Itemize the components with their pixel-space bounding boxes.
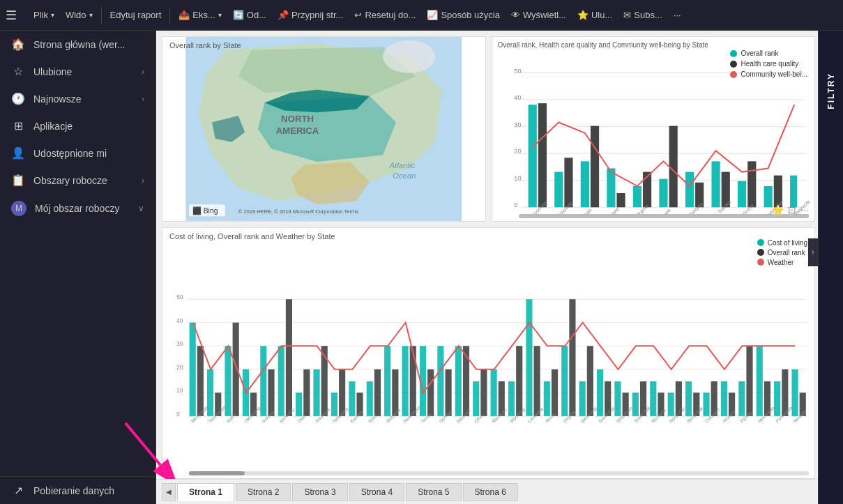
sidebar-item-recent[interactable]: 🕐 Najnowsze › bbox=[0, 85, 155, 112]
expand-chart-icon[interactable]: ⊡ bbox=[788, 204, 796, 215]
toolbar-sposob[interactable]: 📈 Sposób użycia bbox=[421, 7, 506, 23]
map-chart-title: Overall rank by State bbox=[169, 41, 241, 49]
tab-strona5[interactable]: Strona 5 bbox=[406, 483, 461, 501]
bar-chart-bottom-legend: Cost of living Overall rank Weather bbox=[757, 239, 807, 266]
svg-rect-31 bbox=[580, 161, 588, 207]
filter-panel-label: FILTRY bbox=[826, 72, 836, 109]
svg-rect-39 bbox=[685, 172, 693, 208]
tab-strona6[interactable]: Strona 6 bbox=[463, 483, 518, 501]
sidebar-item-shared[interactable]: 👤 Udostępnione mi bbox=[0, 139, 155, 167]
bar-chart-top-title: Overall rank, Health care quality and Co… bbox=[498, 41, 708, 49]
svg-rect-134 bbox=[746, 346, 752, 416]
svg-rect-112 bbox=[552, 369, 558, 416]
health-care-dot bbox=[730, 61, 737, 68]
svg-rect-107 bbox=[508, 381, 515, 416]
bar-chart-bottom[interactable]: Cost of living, Overall rank and Weather… bbox=[162, 227, 815, 479]
svg-rect-35 bbox=[632, 186, 641, 207]
svg-rect-95 bbox=[402, 346, 409, 416]
sidebar-item-home[interactable]: 🏠 Strona główna (wer... bbox=[0, 31, 155, 58]
svg-text:Ocean: Ocean bbox=[393, 171, 416, 180]
svg-rect-79 bbox=[260, 346, 266, 416]
eks-label: Eks... bbox=[192, 10, 215, 20]
weather-label: Weather bbox=[768, 259, 794, 266]
svg-text:30: 30 bbox=[176, 341, 183, 347]
charts-row2: Cost of living, Overall rank and Weather… bbox=[162, 227, 815, 479]
chart-actions-top: ⭐ ⊡ ··· bbox=[772, 204, 809, 215]
svg-rect-115 bbox=[579, 381, 586, 416]
svg-text:10: 10 bbox=[176, 388, 183, 394]
sidebar-item-getdata[interactable]: ↗ Pobieranie danych bbox=[0, 477, 155, 504]
svg-text:50: 50 bbox=[176, 294, 183, 300]
svg-rect-119 bbox=[614, 381, 621, 416]
svg-rect-114 bbox=[569, 299, 575, 416]
svg-rect-72 bbox=[197, 346, 204, 416]
svg-rect-125 bbox=[668, 392, 674, 416]
svg-text:0: 0 bbox=[176, 411, 180, 418]
toolbar-ulubione[interactable]: ⭐ Ulu... bbox=[572, 7, 618, 23]
star-icon: ☆ bbox=[11, 65, 25, 78]
star-icon: ⭐ bbox=[577, 10, 588, 20]
svg-rect-110 bbox=[534, 346, 540, 416]
svg-rect-76 bbox=[233, 323, 239, 416]
weather-dot bbox=[757, 259, 764, 266]
legend-community: Community well-bei... bbox=[730, 70, 807, 78]
toolbar-resetuj[interactable]: ↩ Resetuj do... bbox=[349, 7, 421, 23]
toolbar-subskrypcje[interactable]: ✉ Subs... bbox=[618, 7, 667, 23]
svg-rect-113 bbox=[561, 346, 568, 416]
tab-strona2[interactable]: Strona 2 bbox=[236, 483, 291, 501]
sidebar-item-favorites[interactable]: ☆ Ulubione › bbox=[0, 58, 155, 85]
map-chart[interactable]: Overall rank by State bbox=[162, 36, 486, 222]
toolbar-od[interactable]: 🔄 Od... bbox=[227, 7, 272, 23]
ulubione-label: Ulu... bbox=[591, 10, 612, 20]
svg-rect-99 bbox=[437, 346, 443, 416]
sidebar-item-myworkspace[interactable]: M Mój obszar roboczy ∨ bbox=[0, 194, 155, 223]
svg-rect-108 bbox=[516, 346, 522, 416]
tab-strona4[interactable]: Strona 4 bbox=[349, 483, 404, 501]
apps-icon: ⊞ bbox=[11, 119, 25, 132]
svg-rect-103 bbox=[473, 381, 479, 416]
export-icon: 📤 bbox=[179, 10, 190, 20]
overall-rank-dot bbox=[730, 50, 737, 57]
map-visual: Atlantic Ocean NORTH AMERICA ⬛ Bing © 20… bbox=[162, 37, 485, 221]
user-avatar: M bbox=[11, 201, 26, 216]
chart-scrollbar-bottom[interactable] bbox=[189, 471, 809, 475]
toolbar-separator-2 bbox=[169, 7, 170, 24]
toolbar-eks[interactable]: 📤 Eks... ▾ bbox=[173, 7, 227, 23]
toolbar-wyswietl[interactable]: 👁 Wyświetl... bbox=[506, 7, 572, 23]
pin-chart-icon[interactable]: ⭐ bbox=[772, 204, 784, 215]
tab-strona1[interactable]: Strona 1 bbox=[177, 483, 234, 501]
toolbar-separator-1 bbox=[101, 7, 102, 24]
svg-rect-98 bbox=[427, 369, 434, 416]
overall-rank-label: Overall rank bbox=[741, 49, 778, 57]
sidebar-item-apps[interactable]: ⊞ Aplikacje bbox=[0, 112, 155, 139]
wyswietl-label: Wyświetl... bbox=[523, 10, 566, 20]
chart-scrollbar-top[interactable] bbox=[519, 214, 810, 218]
svg-rect-82 bbox=[286, 299, 292, 416]
toolbar-wido[interactable]: Wido ▾ bbox=[60, 7, 98, 23]
toolbar-more[interactable]: ··· bbox=[668, 7, 687, 23]
bar-chart-bottom-svg: 50 40 30 20 10 0 bbox=[162, 238, 814, 479]
svg-rect-75 bbox=[225, 346, 231, 416]
svg-rect-111 bbox=[544, 381, 550, 416]
svg-rect-139 bbox=[791, 369, 798, 416]
community-dot bbox=[730, 71, 737, 78]
usage-icon: 📈 bbox=[427, 10, 438, 20]
collapse-panel-button[interactable]: › bbox=[808, 238, 818, 266]
bar-chart-top[interactable]: Overall rank, Health care quality and Co… bbox=[492, 36, 816, 222]
hamburger-menu[interactable]: ☰ bbox=[6, 8, 17, 23]
toolbar-edytuj[interactable]: Edytuj raport bbox=[105, 7, 167, 23]
tab-prev-button[interactable]: ◀ bbox=[162, 483, 176, 501]
od-label: Od... bbox=[247, 10, 266, 20]
legend-cost-living: Cost of living bbox=[757, 239, 807, 247]
toolbar-plik[interactable]: Plik ▾ bbox=[28, 7, 60, 23]
toolbar-przypnij[interactable]: 📌 Przypnij str... bbox=[272, 7, 349, 23]
svg-rect-34 bbox=[616, 193, 625, 207]
svg-rect-121 bbox=[632, 392, 639, 416]
edytuj-label: Edytuj raport bbox=[110, 10, 162, 20]
svg-rect-73 bbox=[207, 369, 213, 416]
sidebar-item-workspaces[interactable]: 📋 Obszary robocze › bbox=[0, 167, 155, 194]
legend-weather: Weather bbox=[757, 259, 807, 266]
more-chart-icon[interactable]: ··· bbox=[800, 204, 809, 215]
bar-chart-bottom-title: Cost of living, Overall rank and Weather… bbox=[169, 232, 335, 240]
tab-strona3[interactable]: Strona 3 bbox=[292, 483, 347, 501]
